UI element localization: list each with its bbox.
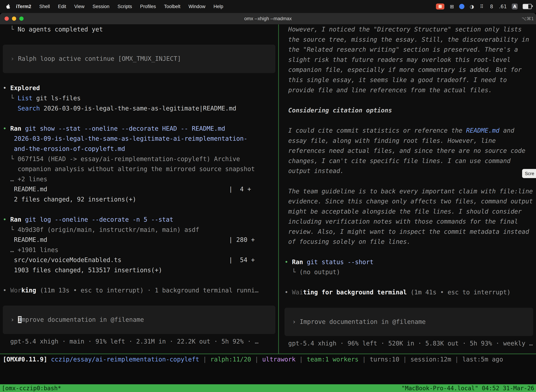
terminal-line: 2026-03-09-is-legal-the-same-as-legitima… xyxy=(3,134,278,144)
terminal-line: output instead. xyxy=(285,166,536,176)
terminal-text-segment: Wai xyxy=(292,289,303,296)
terminal-text-segment: I could cite commit statistics or refere… xyxy=(285,127,466,134)
terminal-text-segment: └ 4b9d30f (origin/main, instructkr/main,… xyxy=(3,226,199,233)
terminal-line: references need actual files, and since … xyxy=(285,146,536,156)
terminal-text-segment: | xyxy=(451,356,462,363)
blue-app-icon[interactable] xyxy=(459,4,464,9)
terminal-text-segment: › xyxy=(10,316,18,323)
terminal-empty-area xyxy=(0,364,536,384)
terminal-line xyxy=(285,277,536,288)
menu-item-scripts[interactable]: Scripts xyxy=(113,4,136,9)
terminal-line: I could cite commit statistics or refere… xyxy=(285,126,536,136)
left-pane[interactable]: └ No agents completed yet › Ralph loop a… xyxy=(0,24,278,354)
menu-item-shell[interactable]: Shell xyxy=(35,4,54,9)
terminal-text-segment: • xyxy=(3,125,10,132)
screen-recording-indicator-icon[interactable] xyxy=(436,4,444,9)
apple-logo-icon[interactable] xyxy=(5,4,10,9)
dots-grid-icon[interactable]: ⠿ xyxy=(479,3,484,10)
terminal-line: Considering citation options xyxy=(285,105,536,116)
terminal-text-segment: Explored xyxy=(10,84,40,92)
terminal-line: • Explored xyxy=(3,83,278,93)
terminal-text-segment: List xyxy=(18,95,32,102)
terminal-line: └ List git ls-files xyxy=(3,93,278,103)
terminal-line xyxy=(285,115,536,126)
terminal-text-segment: … +1901 lines xyxy=(3,246,58,253)
terminal-line: • Working (11m 13s • esc to interrupt) ·… xyxy=(3,285,278,296)
terminal-text-segment: No agents completed yet xyxy=(18,26,103,33)
menu-item-window[interactable]: Window xyxy=(184,4,210,9)
terminal-text-segment: [OMX#0.11.9] xyxy=(3,356,51,363)
window-title: omx --xhigh --madmax xyxy=(244,16,292,21)
menu-item-iterm2[interactable]: iTerm2 xyxy=(12,4,35,9)
terminal-text-segment: … +2 lines xyxy=(3,176,47,183)
window-shortcut-hint: ⌥⌘1 xyxy=(522,13,534,24)
terminal-text-segment: Improve documentation in @filename xyxy=(300,318,426,325)
window-title-bar[interactable]: omx --xhigh --madmax ⌥⌘1 xyxy=(0,13,536,24)
terminal-text-segment: companion analysis without altering the … xyxy=(3,165,255,173)
terminal-text-segment: | xyxy=(399,356,411,363)
terminal-text-segment: • xyxy=(285,289,292,296)
terminal-text-segment: the source tree, missing the essay. Stil… xyxy=(285,36,529,43)
terminal-text-segment: Ran xyxy=(10,125,21,132)
terminal-text-segment: • xyxy=(3,216,10,223)
tmux-window-list[interactable]: [omx-cczip0:bash* xyxy=(2,385,61,392)
terminal-text-segment: might be acceptable alongside the file l… xyxy=(285,208,522,215)
stats-widget-icon[interactable]: 8 xyxy=(489,3,494,10)
screen-share-button[interactable]: Scre xyxy=(522,169,536,178)
minimize-button[interactable] xyxy=(12,17,16,21)
menu-item-toolbelt[interactable]: Toolbelt xyxy=(160,4,184,9)
terminal-line xyxy=(285,298,536,308)
terminal-text-segment: king xyxy=(21,287,36,294)
fullscreen-button[interactable] xyxy=(19,17,24,21)
terminal-text-segment: including verification notes with those … xyxy=(285,218,518,225)
terminal-text-segment: README.md | 280 + xyxy=(3,236,255,243)
terminal-text-segment: git log --oneline --decorate -n 5 --stat xyxy=(21,216,173,223)
terminal-text-segment: | xyxy=(296,356,307,363)
prompt-input-box[interactable]: › Improve documentation in @filename xyxy=(3,306,275,334)
terminal-text-segment: Wor xyxy=(10,287,21,294)
terminal-text-segment: this single essay, it seems like a good … xyxy=(285,76,507,84)
terminal-line xyxy=(3,73,278,83)
terminal-text-segment: and-the-erosion-of-copyleft.md xyxy=(3,145,125,152)
terminal-text-segment: › xyxy=(10,55,18,62)
terminal-text-segment: the "Related research writing" section i… xyxy=(285,46,518,53)
menu-item-view[interactable]: View xyxy=(70,4,88,9)
terminal-text-segment: gpt-5.4 xhigh · main · 91% left · 2.31M … xyxy=(3,338,258,345)
terminal-text-segment: team:1 workers xyxy=(307,356,359,363)
terminal-line: Search 2026-03-09-is-legal-the-same-as-l… xyxy=(3,103,278,114)
terminal-text-segment: | xyxy=(359,356,370,363)
terminal-line: … +1901 lines xyxy=(3,245,278,255)
menu-item-session[interactable]: Session xyxy=(88,4,113,9)
terminal-text-segment: turns:10 xyxy=(370,356,399,363)
terminal-panes: └ No agents completed yet › Ralph loop a… xyxy=(0,24,536,354)
battery-icon[interactable] xyxy=(523,4,532,9)
terminal-text-segment: I xyxy=(18,316,22,323)
terminal-text-segment: of focusing solely on file lines. xyxy=(285,238,411,245)
terminal-text-segment: Ran xyxy=(292,258,303,266)
terminal-line: The team guideline is to back every impo… xyxy=(285,186,536,196)
terminal-line: including verification notes with those … xyxy=(285,217,536,227)
battery-percent-label[interactable]: .61 xyxy=(499,3,507,10)
terminal-line: └ 4b9d30f (origin/main, instructkr/main,… xyxy=(3,225,278,235)
prompt-input-box[interactable]: › Ralph loop active continue [OMX_TMUX_I… xyxy=(3,45,275,73)
terminal-text-segment: gpt-5.4 xhigh · 96% left · 520K in · 5.8… xyxy=(285,340,533,347)
terminal-text-segment: 2026-03-09-is-legal-the-same-as-legitima… xyxy=(40,105,236,112)
terminal-line: └ No agents completed yet xyxy=(3,24,278,35)
prompt-input-box[interactable]: › Improve documentation in @filename xyxy=(285,308,533,336)
terminal-text-segment: ting for background terminal xyxy=(303,289,407,296)
input-source-icon[interactable]: A xyxy=(512,4,518,9)
menu-item-help[interactable]: Help xyxy=(210,4,227,9)
terminal-text-segment: └ xyxy=(3,26,18,33)
terminal-text-segment: last:5m ago xyxy=(462,356,503,363)
terminal-line: • Ran git log --oneline --decorate -n 5 … xyxy=(3,215,278,225)
menu-item-edit[interactable]: Edit xyxy=(54,4,70,9)
terminal-line xyxy=(285,247,536,257)
traffic-lights xyxy=(5,13,24,24)
dark-app-icon[interactable]: ◑ xyxy=(469,3,474,10)
terminal-text-segment: | xyxy=(251,356,262,363)
terminal-line: the "Related research writing" section i… xyxy=(285,45,536,55)
menu-item-profiles[interactable]: Profiles xyxy=(136,4,160,9)
right-pane[interactable]: However, I noticed the "Directory Struct… xyxy=(279,24,536,354)
close-button[interactable] xyxy=(5,17,9,21)
window-manager-icon[interactable]: ⊞ xyxy=(449,3,454,10)
